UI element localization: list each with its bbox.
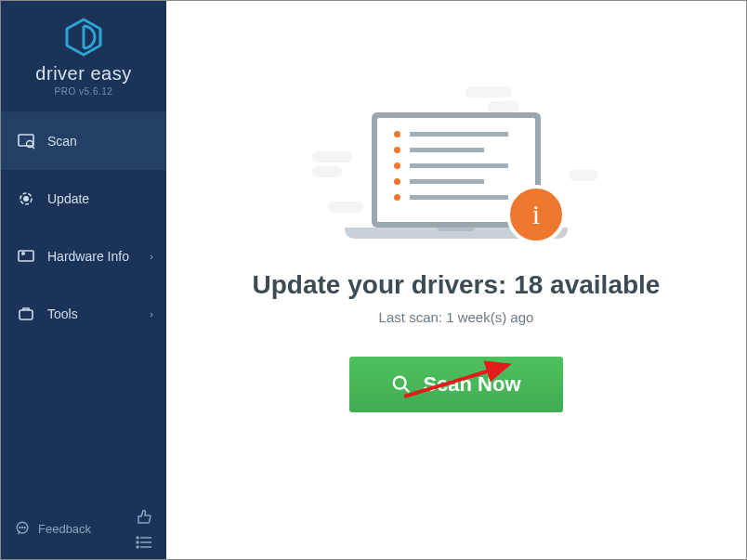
scan-icon — [16, 131, 36, 151]
hardware-info-icon: i — [16, 246, 36, 267]
headline-prefix: Update your drivers: — [253, 270, 515, 299]
update-icon — [16, 189, 36, 209]
headline-suffix: available — [543, 270, 660, 299]
sidebar-item-update[interactable]: Update — [1, 170, 166, 228]
main-panel: i Update your drivers: 18 available Last… — [166, 1, 746, 559]
sidebar-item-scan[interactable]: Scan — [1, 112, 166, 170]
svg-rect-7 — [19, 251, 33, 261]
scan-now-label: Scan Now — [423, 372, 520, 397]
svg-point-19 — [137, 546, 138, 548]
info-icon: i — [506, 185, 566, 244]
sidebar-item-hardware-info[interactable]: i Hardware Info › — [1, 228, 166, 285]
brand-version: PRO v5.6.12 — [55, 86, 113, 97]
feedback-icon — [14, 520, 31, 537]
svg-point-17 — [137, 541, 138, 543]
last-scan-text: Last scan: 1 week(s) ago — [379, 309, 534, 325]
chevron-right-icon: › — [150, 251, 153, 262]
sidebar-item-label: Scan — [47, 134, 77, 149]
thumbs-up-icon[interactable] — [135, 507, 153, 526]
sidebar: driver easy PRO v5.6.12 Scan — [1, 1, 166, 559]
feedback-label: Feedback — [38, 522, 91, 536]
logo-icon — [63, 17, 104, 58]
sidebar-item-label: Update — [47, 191, 89, 206]
svg-line-22 — [404, 387, 410, 393]
svg-point-12 — [20, 527, 20, 528]
headline-count: 18 — [514, 270, 543, 299]
svg-point-21 — [394, 377, 406, 389]
svg-line-4 — [33, 147, 35, 150]
feedback-button[interactable]: Feedback — [14, 520, 91, 537]
svg-point-14 — [24, 527, 25, 528]
app-window: ─ ✕ driver easy PRO v5.6.12 — [0, 0, 747, 560]
scan-now-button[interactable]: Scan Now — [349, 357, 563, 412]
svg-point-15 — [137, 537, 138, 539]
list-icon[interactable] — [135, 535, 153, 550]
brand-block: driver easy PRO v5.6.12 — [1, 1, 166, 112]
svg-point-6 — [24, 197, 28, 201]
nav-list: Scan Update i — [1, 112, 166, 343]
tools-icon — [16, 304, 36, 324]
sidebar-item-tools[interactable]: Tools › — [1, 285, 166, 343]
sidebar-item-label: Tools — [47, 306, 78, 321]
brand-name: driver easy — [35, 63, 131, 85]
headline: Update your drivers: 18 available — [253, 270, 661, 300]
illustration: i — [317, 81, 596, 239]
svg-rect-10 — [20, 310, 33, 319]
search-icon — [391, 374, 412, 395]
sidebar-item-label: Hardware Info — [47, 249, 129, 264]
svg-point-13 — [21, 527, 22, 528]
sidebar-footer: Feedback — [1, 507, 166, 550]
chevron-right-icon: › — [150, 308, 153, 319]
laptop-graphic: i — [345, 112, 568, 239]
